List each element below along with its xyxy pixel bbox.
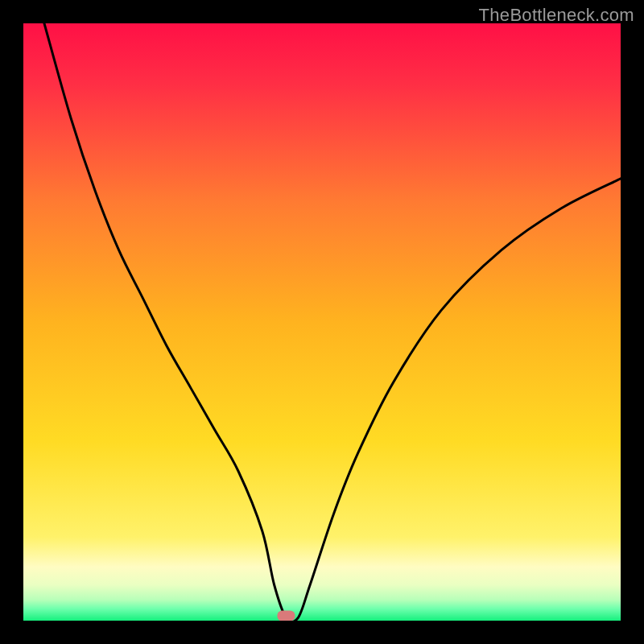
watermark-text: TheBottleneck.com [479,5,634,26]
chart-frame: TheBottleneck.com [0,0,644,644]
plot-area [23,23,621,621]
optimal-point-marker [277,611,295,621]
chart-svg [23,23,621,621]
gradient-background [23,23,621,621]
